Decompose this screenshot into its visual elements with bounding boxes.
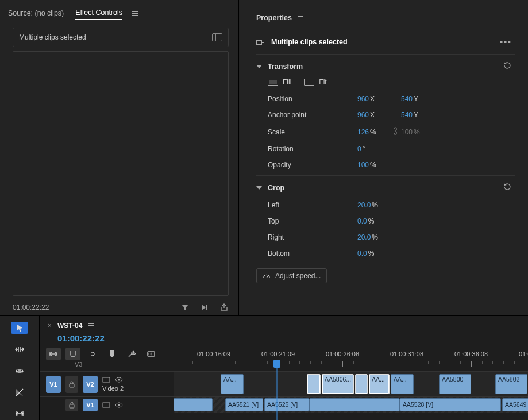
rotation-value[interactable]: 0 (357, 145, 361, 153)
timeline-ruler[interactable]: 01:00:16:0901:00:21:0901:00:26:0801:00:3… (174, 350, 528, 371)
prop-label: Rotation (268, 145, 357, 153)
timeline-clip[interactable] (174, 398, 213, 411)
track-v3-label: V3 (75, 361, 82, 368)
clip-label: AA... (372, 376, 385, 383)
section-crop[interactable]: Crop (256, 175, 515, 197)
reset-icon[interactable] (503, 183, 512, 192)
track-headers: V3 V1 V2 Video 2 V1 (40, 371, 174, 413)
prop-label: Right (268, 233, 357, 241)
sequence-name[interactable]: WST-04 (57, 322, 82, 330)
panel-menu-icon[interactable] (132, 11, 138, 16)
section-title: Transform (268, 63, 303, 71)
track-target-v2[interactable]: V2 (83, 376, 98, 393)
track-v2-lane[interactable]: AA...AA5806...AA...AA...AA5800AA5802 (174, 371, 528, 396)
svg-rect-0 (206, 305, 207, 310)
scale-fit-button[interactable]: Fit (304, 78, 326, 86)
footer-timecode[interactable]: 01:00:22:22 (13, 303, 49, 311)
linked-selection-icon[interactable] (85, 348, 100, 360)
timeline-clip[interactable]: AA5649 [V] (502, 398, 528, 411)
link-icon[interactable] (390, 127, 401, 137)
panel-title: Properties (256, 14, 292, 22)
prop-position: Position 960X 540Y (256, 91, 515, 107)
timeline-tracks[interactable]: AA...AA5806...AA...AA...AA5800AA5802 AA5… (174, 371, 528, 413)
track-v1-lane[interactable]: AA5521 [V]AA5525 [V]AA5528 [V]AA5649 [V] (174, 396, 528, 413)
section-title: Crop (268, 184, 284, 192)
track-lock-icon[interactable] (65, 399, 78, 411)
ripple-edit-tool[interactable] (11, 343, 28, 355)
scale-value[interactable]: 126 (357, 128, 369, 136)
clip-label: AA5521 [V] (228, 401, 259, 408)
ruler-time-label: 01:00:16:09 (197, 350, 230, 357)
prop-anchor: Anchor point 960X 540Y (256, 107, 515, 123)
crop-right-value[interactable]: 20.0 (357, 233, 371, 241)
crop-top-value[interactable]: 0.0 (357, 217, 367, 225)
prop-scale: Scale 126% 100% (256, 123, 515, 141)
clip-label: AA5528 [V] (403, 401, 433, 408)
anchor-y-value[interactable]: 540 (401, 111, 413, 119)
filter-icon[interactable] (180, 303, 190, 312)
timeline-clip[interactable]: AA5806... (322, 374, 354, 394)
source-patch-v1[interactable]: V1 (46, 376, 61, 393)
layout-toggle-icon[interactable] (212, 33, 222, 41)
slip-tool[interactable] (11, 408, 28, 420)
clip-label: AA... (223, 376, 237, 383)
timeline-clip[interactable]: AA5525 [V] (264, 398, 309, 411)
track-visibility-icon[interactable] (115, 402, 123, 409)
rolling-edit-tool[interactable] (11, 365, 28, 377)
timeline-panel: ✕ WST-04 01:00:22:22 01:00:16:0901:00:21… (40, 316, 528, 420)
clip-label: AA5649 [V] (505, 401, 528, 408)
tab-source[interactable]: Source: (no clips) (8, 7, 64, 20)
timeline-clip[interactable] (307, 374, 321, 394)
track-lock-icon[interactable] (65, 376, 78, 393)
timeline-clip[interactable]: AA5802 (495, 374, 527, 394)
timeline-clip[interactable]: AA... (221, 374, 244, 394)
timeline-clip[interactable]: AA5528 [V] (400, 398, 501, 411)
timeline-toolbar (0, 316, 40, 420)
position-y-value[interactable]: 540 (401, 95, 413, 103)
captions-icon[interactable] (144, 348, 159, 360)
export-icon[interactable] (219, 303, 229, 312)
marker-icon[interactable] (105, 348, 120, 360)
prop-label: Scale (268, 128, 357, 136)
adjust-speed-button[interactable]: Adjust speed... (256, 268, 327, 283)
position-x-value[interactable]: 960 (357, 95, 369, 103)
selection-info-bar: Multiple clips selected (13, 28, 229, 47)
play-only-icon[interactable] (200, 303, 209, 312)
tab-effect-controls[interactable]: Effect Controls (75, 6, 122, 20)
track-output-icon[interactable] (102, 402, 110, 409)
more-options-icon[interactable]: ••• (500, 39, 512, 45)
timeline-clip[interactable] (309, 398, 400, 411)
selection-tool[interactable] (11, 322, 28, 334)
anchor-x-value[interactable]: 960 (357, 111, 369, 119)
razor-tool[interactable] (11, 386, 28, 398)
svg-point-7 (118, 404, 120, 406)
prop-crop-bottom: Bottom 0.0% (256, 245, 515, 261)
section-transform[interactable]: Transform (256, 55, 515, 76)
track-target-v1[interactable]: V1 (83, 399, 98, 411)
track-visibility-icon[interactable] (115, 376, 123, 383)
close-sequence-icon[interactable]: ✕ (47, 322, 52, 329)
settings-wrench-icon[interactable] (124, 348, 139, 360)
chevron-down-icon (256, 186, 262, 190)
timeline-menu-icon[interactable] (88, 323, 94, 327)
crop-left-value[interactable]: 20.0 (357, 201, 371, 209)
svg-rect-3 (103, 377, 110, 382)
timeline-clip[interactable]: AA... (369, 374, 390, 394)
playhead[interactable] (273, 360, 280, 368)
crop-bottom-value[interactable]: 0.0 (357, 249, 367, 257)
properties-panel: Properties Multiple clips selected ••• T… (239, 0, 528, 315)
timeline-clip[interactable]: AA... (391, 374, 414, 394)
timeline-clip[interactable] (355, 374, 368, 394)
track-output-icon[interactable] (102, 376, 110, 383)
panel-menu-icon[interactable] (298, 16, 303, 20)
opacity-value[interactable]: 100 (357, 161, 369, 169)
ruler-time-label: 01:00:36:08 (454, 350, 488, 357)
timeline-clip[interactable]: AA5800 (439, 374, 471, 394)
playhead-timecode[interactable]: 01:00:22:22 (40, 333, 528, 344)
snap-icon[interactable] (65, 348, 80, 360)
scale-fill-button[interactable]: Fill (268, 78, 291, 86)
timeline-clip[interactable]: AA5521 [V] (225, 398, 263, 411)
reset-icon[interactable] (503, 61, 512, 71)
selection-label: Multiple clips selected (271, 38, 348, 46)
insert-mode-icon[interactable] (46, 348, 61, 360)
